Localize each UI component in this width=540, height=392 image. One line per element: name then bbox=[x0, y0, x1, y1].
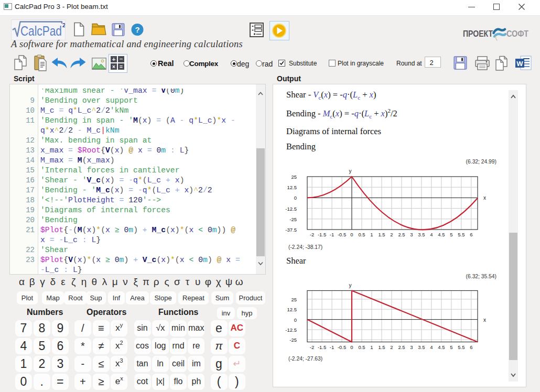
svg-text:0.5: 0.5 bbox=[358, 344, 365, 350]
svg-text:2: 2 bbox=[390, 344, 393, 350]
svg-text:25: 25 bbox=[291, 174, 297, 180]
svg-text:2.5: 2.5 bbox=[398, 344, 405, 350]
svg-text:0.5: 0.5 bbox=[358, 232, 365, 237]
svg-text:0: 0 bbox=[350, 344, 353, 350]
svg-text:-0.5: -0.5 bbox=[338, 232, 346, 237]
svg-text:1: 1 bbox=[370, 344, 373, 350]
svg-text:CalcPad: CalcPad bbox=[20, 23, 62, 39]
svg-text:3.5: 3.5 bbox=[418, 344, 425, 350]
svg-text:y: y bbox=[349, 282, 352, 288]
svg-text:5.5: 5.5 bbox=[458, 344, 465, 350]
svg-text:–: – bbox=[120, 56, 123, 62]
svg-text:2: 2 bbox=[390, 232, 393, 237]
svg-text:3.5: 3.5 bbox=[418, 232, 425, 237]
svg-text:1.5: 1.5 bbox=[378, 232, 385, 237]
svg-text:+: + bbox=[112, 56, 115, 62]
svg-text:5: 5 bbox=[450, 344, 452, 350]
svg-text:3: 3 bbox=[410, 232, 413, 237]
svg-text:12.5: 12.5 bbox=[287, 184, 297, 190]
svg-text:-1: -1 bbox=[330, 232, 334, 237]
svg-text:6: 6 bbox=[470, 232, 472, 237]
svg-text:-25: -25 bbox=[289, 216, 297, 222]
svg-text:0: 0 bbox=[294, 195, 297, 201]
svg-text:4: 4 bbox=[430, 232, 433, 237]
svg-text:1: 1 bbox=[370, 232, 373, 237]
svg-text:0: 0 bbox=[294, 317, 297, 323]
svg-text:-2: -2 bbox=[310, 344, 314, 350]
svg-text:y: y bbox=[349, 168, 352, 174]
svg-text:-2: -2 bbox=[310, 232, 314, 237]
svg-text:4: 4 bbox=[430, 344, 433, 350]
svg-text:-1: -1 bbox=[330, 344, 334, 350]
svg-text:W: W bbox=[516, 60, 523, 68]
svg-text:2: 2 bbox=[62, 22, 65, 28]
svg-text:5: 5 bbox=[450, 232, 452, 237]
svg-text:2.5: 2.5 bbox=[398, 232, 405, 237]
svg-text:-12.5: -12.5 bbox=[285, 327, 297, 333]
svg-text:-12.5: -12.5 bbox=[285, 206, 297, 212]
svg-text:×: × bbox=[112, 64, 115, 70]
svg-text:1.5: 1.5 bbox=[378, 344, 385, 350]
svg-text:4.5: 4.5 bbox=[438, 344, 445, 350]
svg-text:ПРОЕКТ: ПРОЕКТ bbox=[463, 29, 493, 38]
svg-text:-37.5: -37.5 bbox=[285, 227, 297, 233]
svg-text:x: x bbox=[483, 195, 486, 201]
svg-text:?: ? bbox=[135, 25, 139, 34]
svg-text:3: 3 bbox=[410, 344, 413, 350]
svg-text:-1.5: -1.5 bbox=[318, 344, 326, 350]
svg-text:-25: -25 bbox=[289, 337, 297, 343]
svg-text:6: 6 bbox=[470, 344, 472, 350]
svg-text:25: 25 bbox=[291, 297, 297, 302]
svg-text:12.5: 12.5 bbox=[287, 307, 297, 312]
svg-text:5.5: 5.5 bbox=[458, 232, 465, 237]
svg-text:=: = bbox=[120, 64, 123, 70]
svg-text:-1.5: -1.5 bbox=[318, 232, 326, 237]
svg-text:СОФТ: СОФТ bbox=[506, 29, 528, 38]
svg-text:4.5: 4.5 bbox=[438, 232, 445, 237]
svg-text:x: x bbox=[483, 317, 486, 323]
svg-text:-0.5: -0.5 bbox=[338, 344, 346, 350]
svg-text:0: 0 bbox=[350, 232, 353, 237]
